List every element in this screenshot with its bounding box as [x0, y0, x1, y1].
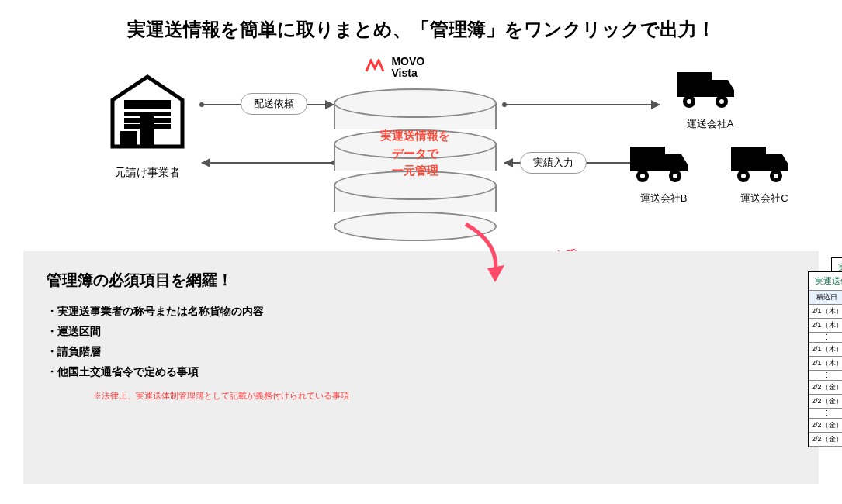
footnote: ※法律上、実運送体制管理簿として記載が義務付けられている事項: [93, 390, 803, 402]
table-row: 2/2（金）××工場～倉庫エ食料品 × gケースC運輸1次請け22-13〇〇: [809, 419, 843, 433]
brand-logo: MOVOVista: [365, 56, 466, 80]
sheet-1: 実運送体制管理簿（食料品メーカー甲社） 積込日運送区間(※)貨物の内容(※)実運…: [808, 271, 842, 447]
brand-name: MOVO: [391, 55, 424, 67]
required-list: ・実運送事業者の称号または名称貨物の内容 ・運送区間 ・請負階層 ・他国土交通省…: [47, 305, 803, 379]
svg-rect-6: [140, 127, 154, 145]
truck-c-label: 運送会社C: [729, 192, 799, 205]
svg-rect-7: [140, 116, 154, 126]
table-vdots: ⋮: [809, 409, 843, 419]
report-table: 積込日運送区間(※)貨物の内容(※)実運送トラック事業者の名称(※)請負階層(※…: [809, 290, 842, 447]
svg-rect-1: [124, 100, 171, 109]
svg-rect-5: [120, 131, 137, 145]
bottom-panel: 管理簿の必須項目を網羅！ ・実運送事業者の称号または名称貨物の内容 ・運送区間 …: [23, 251, 819, 484]
table-row: 2/2（金）××工場～卸売店オ食料品 × h個D運輸3次請け22-14〇〇: [809, 433, 843, 447]
curve-arrow-icon: [458, 220, 520, 290]
table-row: 2/2（金）〇〇工場～小売店ア食料品 × eトンX運輸ー22-11〇〇: [809, 381, 843, 395]
pill-request: 配送依頼: [241, 93, 307, 115]
warehouse-icon: [109, 73, 186, 150]
svg-point-17: [673, 174, 677, 178]
svg-rect-13: [630, 147, 665, 171]
svg-point-20: [741, 174, 746, 178]
sheet-title: 実運送体制管理簿（食料品メーカー甲社）: [809, 272, 842, 290]
table-vdots: ⋮: [809, 333, 843, 343]
list-item: ・実運送事業者の称号または名称貨物の内容: [47, 305, 803, 319]
svg-point-15: [640, 174, 645, 178]
svg-rect-8: [677, 72, 712, 97]
truck-b-label: 運送会社B: [629, 192, 698, 205]
truck-b: 運送会社B: [629, 143, 698, 205]
warehouse-label: 元請け事業者: [101, 166, 194, 180]
table-row: 2/1（木）〇〇工場～小売店ウ食料品 × c個A運輸1次請け11-13〇〇: [809, 343, 843, 357]
svg-point-22: [774, 174, 778, 178]
table-row: 2/1（木）〇〇工場～卸売店イ食料品 × b箱X運輸ー11-12〇〇: [809, 319, 843, 333]
truck-a: 運送会社A: [675, 68, 745, 131]
database-text: 実運送情報をデータで一元管理: [361, 127, 470, 180]
truck-a-label: 運送会社A: [675, 117, 745, 131]
page-title: 実運送情報を簡単に取りまとめ、「管理簿」をワンクリックで出力！: [0, 0, 842, 50]
table-vdots: ⋮: [809, 371, 843, 381]
svg-point-10: [687, 99, 691, 104]
brand-sub: Vista: [391, 67, 417, 79]
list-item: ・他国土交通省令で定める事項: [47, 365, 803, 379]
truck-c: 運送会社C: [729, 143, 799, 205]
table-row: 2/1（木）〇〇工場～小売店ア食料品 × 10トンX運輸ー11-11〇〇: [809, 305, 843, 319]
arrow-result-out: [504, 104, 660, 105]
table-row: 2/2（金）××工場～卸売店イ食料品 × f箱X運輸ー22-12〇〇: [809, 395, 843, 409]
pill-result: 実績入力: [520, 152, 587, 174]
table-row: 2/1（木）××工場～倉庫エ食料品 × dケースB運輸2次請け11-14〇〇: [809, 357, 843, 371]
svg-point-12: [719, 99, 724, 104]
list-item: ・請負階層: [47, 345, 803, 359]
bottom-title: 管理簿の必須項目を網羅！: [47, 270, 803, 291]
list-item: ・運送区間: [47, 325, 803, 339]
table-header: 積込日: [809, 291, 843, 305]
flow-diagram: 元請け事業者 配送依頼 MOVOVista 実運送情報をデータで一元管理 実績入…: [0, 50, 842, 251]
svg-rect-18: [731, 147, 766, 171]
arrow-request-back: [202, 162, 334, 164]
